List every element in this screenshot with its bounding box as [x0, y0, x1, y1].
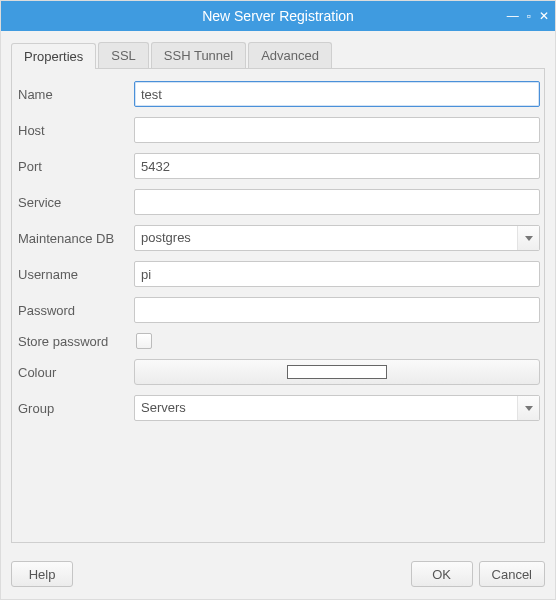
cancel-button[interactable]: Cancel: [479, 561, 545, 587]
port-input[interactable]: [134, 153, 540, 179]
group-combo[interactable]: Servers: [134, 395, 540, 421]
maximize-icon[interactable]: ▫: [527, 10, 531, 22]
chevron-down-icon[interactable]: [517, 226, 539, 250]
service-input[interactable]: [134, 189, 540, 215]
window-title: New Server Registration: [202, 8, 354, 24]
host-label: Host: [16, 123, 134, 138]
store-password-label: Store password: [16, 334, 134, 349]
group-value: Servers: [135, 396, 517, 420]
tab-label: SSL: [111, 48, 136, 63]
colour-button[interactable]: [134, 359, 540, 385]
name-label: Name: [16, 87, 134, 102]
tabbar: Properties SSL SSH Tunnel Advanced: [11, 41, 545, 69]
maintenance-db-combo[interactable]: postgres: [134, 225, 540, 251]
group-label: Group: [16, 401, 134, 416]
port-label: Port: [16, 159, 134, 174]
chevron-down-icon[interactable]: [517, 396, 539, 420]
tab-advanced[interactable]: Advanced: [248, 42, 332, 68]
tab-label: Properties: [24, 49, 83, 64]
button-bar: Help OK Cancel: [1, 553, 555, 599]
close-icon[interactable]: ✕: [539, 10, 549, 22]
colour-label: Colour: [16, 365, 134, 380]
tab-properties[interactable]: Properties: [11, 43, 96, 69]
maintenance-db-value: postgres: [135, 226, 517, 250]
tab-label: SSH Tunnel: [164, 48, 233, 63]
colour-swatch: [287, 365, 387, 379]
password-input[interactable]: [134, 297, 540, 323]
window-controls: — ▫ ✕: [507, 1, 549, 31]
help-button[interactable]: Help: [11, 561, 73, 587]
dialog-content: Properties SSL SSH Tunnel Advanced Name …: [1, 31, 555, 553]
minimize-icon[interactable]: —: [507, 10, 519, 22]
password-label: Password: [16, 303, 134, 318]
username-label: Username: [16, 267, 134, 282]
titlebar: New Server Registration — ▫ ✕: [1, 1, 555, 31]
maintenance-db-label: Maintenance DB: [16, 231, 134, 246]
properties-tabpage: Name Host Port Service Maintenance DB po: [11, 69, 545, 543]
name-input[interactable]: [134, 81, 540, 107]
tab-ssl[interactable]: SSL: [98, 42, 149, 68]
tab-ssh-tunnel[interactable]: SSH Tunnel: [151, 42, 246, 68]
username-input[interactable]: [134, 261, 540, 287]
store-password-checkbox[interactable]: [136, 333, 152, 349]
new-server-dialog: New Server Registration — ▫ ✕ Properties…: [0, 0, 556, 600]
ok-button[interactable]: OK: [411, 561, 473, 587]
service-label: Service: [16, 195, 134, 210]
host-input[interactable]: [134, 117, 540, 143]
tab-label: Advanced: [261, 48, 319, 63]
